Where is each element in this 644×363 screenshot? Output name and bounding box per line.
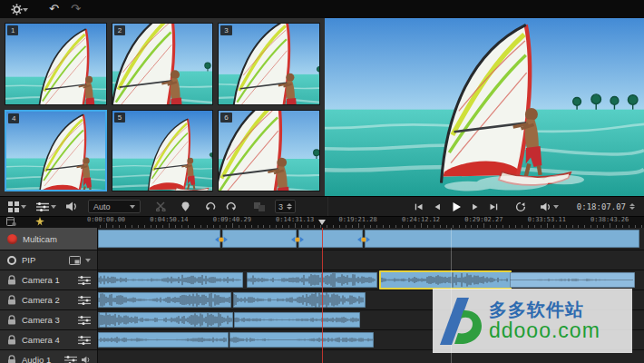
timecode-stepper-arrows-icon[interactable]: [629, 201, 635, 212]
watermark: 多多软件站 ddooo.com: [433, 289, 632, 353]
track-mute-icon[interactable]: [82, 356, 91, 363]
ruler-tick: [440, 225, 441, 228]
ruler-tick: [239, 225, 239, 228]
marker-pin-icon[interactable]: [181, 201, 190, 211]
track-options-icon[interactable]: [78, 296, 91, 305]
camera-thumbnail-3[interactable]: 3: [218, 23, 320, 105]
clip-camera-2-1[interactable]: [98, 292, 231, 308]
ruler-tick: [503, 225, 503, 228]
track-header-multicam[interactable]: Multicam: [0, 228, 98, 250]
track-header-camera-1[interactable]: Camera 1: [0, 270, 98, 289]
timeline-ruler[interactable]: 0:00:00.000:04:50.140:09:40.290:14:31.13…: [98, 215, 644, 228]
ruler-tick: [339, 225, 340, 228]
ruler-tick: [584, 225, 585, 228]
clip-camera-4-2[interactable]: [229, 332, 374, 348]
ruler-tick: [471, 225, 472, 228]
preview-panel: [325, 18, 644, 196]
lock-icon[interactable]: [7, 295, 16, 305]
lock-icon[interactable]: [7, 335, 16, 345]
waveform: [510, 272, 635, 288]
clip-multicam-1[interactable]: [98, 230, 220, 248]
undo-icon[interactable]: ↶: [49, 0, 59, 18]
ruler-tick: [125, 225, 126, 228]
rotate-left-icon[interactable]: [205, 201, 216, 211]
track-content-pip[interactable]: [98, 250, 644, 270]
clip-multicam-3[interactable]: [298, 230, 363, 248]
duration-stepper[interactable]: 3: [275, 200, 296, 213]
lock-icon[interactable]: [7, 315, 16, 325]
ruler-tick: [572, 225, 573, 228]
audio-sync-icon[interactable]: [34, 217, 45, 226]
playhead-line[interactable]: [322, 228, 323, 363]
track-options-icon[interactable]: [64, 356, 77, 363]
multiview-layout-icon[interactable]: [8, 201, 26, 212]
track-header-pip[interactable]: PIP: [0, 250, 98, 270]
ruler-tick: [132, 225, 132, 228]
cut-point-icon[interactable]: [291, 231, 304, 247]
source-manager-icon[interactable]: [6, 217, 16, 226]
audio-speaker-icon[interactable]: [66, 201, 78, 211]
ruler-tick: [220, 225, 220, 228]
track-header-audio-1[interactable]: Audio 1: [0, 350, 98, 363]
ruler-tick: [200, 225, 201, 228]
ruler-tick: [169, 223, 170, 228]
clip-camera-2-2[interactable]: [233, 292, 366, 308]
current-timecode[interactable]: 0:18:07.07: [577, 201, 635, 212]
clip-camera-1-2[interactable]: [247, 272, 377, 288]
clip-camera-1-4[interactable]: [510, 272, 635, 288]
camera-thumbnail-4[interactable]: 4: [5, 110, 107, 192]
clip-camera-1-1[interactable]: [98, 272, 243, 288]
split-clip-scissors-icon[interactable]: [156, 201, 166, 211]
transition-icon[interactable]: [254, 202, 265, 211]
camera-thumbnail-6[interactable]: 6: [218, 110, 320, 192]
rotate-right-icon[interactable]: [226, 201, 237, 211]
previous-frame-icon[interactable]: [433, 202, 442, 211]
track-content-multicam[interactable]: [98, 228, 644, 250]
preview-volume-icon[interactable]: [541, 201, 559, 211]
track-options-icon[interactable]: [78, 316, 91, 325]
camera-thumbnail-1[interactable]: 1: [5, 23, 107, 105]
clip-camera-3-2[interactable]: [234, 312, 360, 328]
track-options-icon[interactable]: [78, 336, 91, 345]
track-label: PIP: [22, 255, 35, 265]
ruler-tick: [151, 225, 151, 228]
ruler-timecode-label: 0:33:53.11: [528, 216, 566, 223]
record-indicator-icon: [7, 234, 17, 244]
duration-stepper-arrows-icon[interactable]: [287, 201, 292, 212]
ruler-tick: [597, 225, 598, 228]
camera-thumbnail-2[interactable]: 2: [112, 23, 214, 105]
clip-camera-1-3[interactable]: [379, 270, 512, 289]
lock-icon[interactable]: [7, 275, 16, 285]
settings-gear-icon[interactable]: [11, 4, 28, 15]
clip-camera-4-1[interactable]: [98, 332, 229, 348]
skip-end-icon[interactable]: [489, 202, 499, 211]
cut-point-icon[interactable]: [215, 231, 228, 247]
clip-multicam-4[interactable]: [365, 230, 639, 248]
track-header-camera-2[interactable]: Camera 2: [0, 290, 98, 309]
lock-icon[interactable]: [7, 355, 16, 363]
track-manager-icon[interactable]: [36, 201, 56, 211]
clip-multicam-2[interactable]: [222, 230, 297, 248]
ruler-tick: [301, 225, 302, 228]
ruler-timecode-label: 0:14:31.13: [276, 216, 314, 223]
clip-camera-3-1[interactable]: [98, 312, 233, 328]
ruler-tick: [263, 225, 264, 228]
ruler-tick: [483, 223, 484, 228]
track-header-camera-3[interactable]: Camera 3: [0, 310, 98, 329]
loop-icon[interactable]: [515, 201, 526, 212]
track-content-camera-1[interactable]: [98, 270, 644, 289]
ruler-tick: [641, 225, 642, 228]
redo-icon[interactable]: ↷: [71, 0, 81, 18]
track-options-icon[interactable]: [78, 276, 91, 285]
play-icon[interactable]: [451, 201, 462, 212]
ruler-tick: [288, 225, 289, 228]
next-frame-icon[interactable]: [471, 202, 480, 211]
waveform: [98, 312, 233, 328]
skip-start-icon[interactable]: [414, 202, 424, 211]
cut-point-icon[interactable]: [357, 231, 370, 247]
pip-icon[interactable]: [69, 256, 81, 265]
track-header-camera-4[interactable]: Camera 4: [0, 330, 98, 349]
audio-source-select[interactable]: Auto: [88, 200, 141, 213]
camera-thumbnail-5[interactable]: 5: [112, 110, 214, 192]
waveform: [233, 292, 366, 308]
